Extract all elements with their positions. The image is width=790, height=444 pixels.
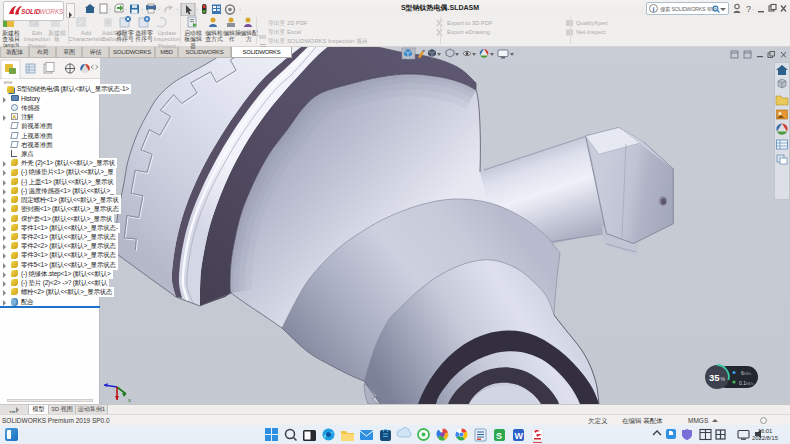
svg-text:%: % <box>721 376 726 382</box>
svg-text:WORKS: WORKS <box>40 8 65 15</box>
svg-text:·: · <box>109 6 111 13</box>
svg-text:S: S <box>496 431 502 441</box>
svg-text:·: · <box>239 6 241 13</box>
svg-text:·: · <box>158 6 160 13</box>
svg-text:·: · <box>752 6 754 12</box>
svg-text:?: ? <box>746 4 751 14</box>
svg-text:·: · <box>176 6 178 13</box>
svg-text:·: · <box>125 6 127 13</box>
svg-text:·: · <box>196 6 198 13</box>
svg-text:W: W <box>515 431 524 441</box>
svg-text:·: · <box>141 6 143 13</box>
svg-text:x: x <box>128 397 131 403</box>
svg-text:35: 35 <box>709 372 720 383</box>
svg-text:✓: ✓ <box>78 19 84 26</box>
svg-text:SOLID: SOLID <box>21 8 41 15</box>
